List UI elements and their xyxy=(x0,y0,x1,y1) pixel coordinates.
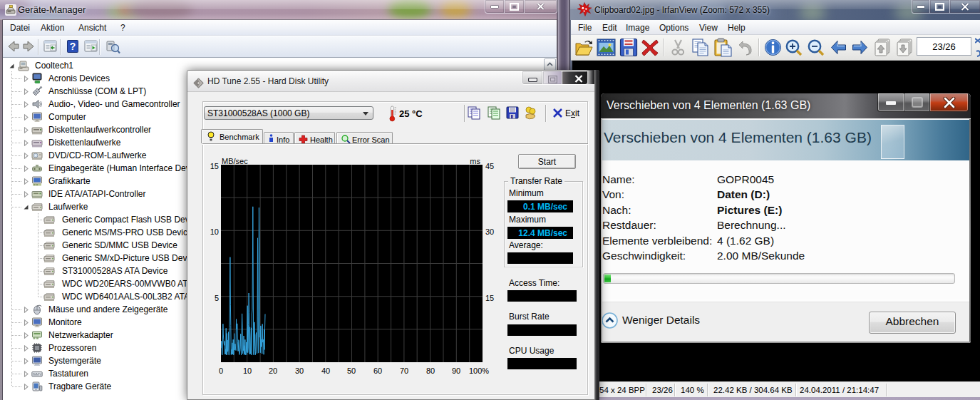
svg-text:?: ? xyxy=(70,41,76,52)
